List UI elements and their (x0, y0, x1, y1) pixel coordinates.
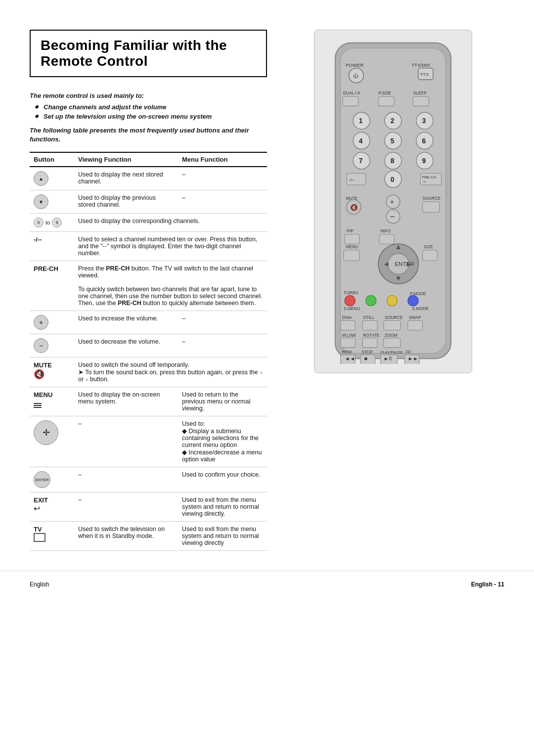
table-row: − Used to decrease the volume. – (30, 334, 267, 357)
svg-text:2: 2 (391, 117, 395, 125)
table-row: + Used to increase the volume. – (30, 311, 267, 334)
svg-text:►II: ►II (384, 356, 392, 361)
number-range: 0 to 9 (34, 218, 62, 227)
viewing-cell: Used to display the corresponding channe… (74, 214, 267, 232)
vol-down-button: − (34, 338, 48, 353)
dash-label: -/-- (34, 236, 42, 243)
svg-text:ZOOM: ZOOM (385, 333, 398, 338)
svg-point-65 (366, 295, 376, 306)
left-content: Becoming Familiar with the Remote Contro… (0, 0, 287, 571)
button-cell: MUTE 🔇 (30, 357, 74, 387)
menu-cell: – (178, 167, 267, 190)
to-text: to (45, 220, 50, 225)
bullet-item-2: Set up the television using the on-scree… (35, 113, 267, 120)
table-row: ▲ Used to display the next stored channe… (30, 167, 267, 190)
menu-cell: Used to exit from the menu system and re… (178, 522, 267, 551)
svg-text:SOURCE: SOURCE (423, 196, 441, 201)
button-cell: − (30, 334, 74, 357)
button-cell: -/-- (30, 232, 74, 261)
table-row: 0 to 9 Used to display the corresponding… (30, 214, 267, 232)
function-table: Button Viewing Function Menu Function ▲ … (30, 152, 267, 551)
svg-text:POWER: POWER (346, 62, 363, 68)
table-row: ENTER – Used to confirm your choice. (30, 467, 267, 492)
svg-text:S.MENU: S.MENU (344, 306, 360, 311)
svg-rect-9 (343, 96, 358, 106)
menu-cell: Used to: ◆ Display a submenu containing … (178, 416, 267, 467)
viewing-cell: Used to switch the television on when it… (74, 522, 178, 551)
svg-text:PLAY/PAUSE: PLAY/PAUSE (380, 350, 402, 355)
table-row: MUTE 🔇 Used to switch the sound off temp… (30, 357, 267, 387)
viewing-cell: Used to display the next stored channel. (74, 167, 178, 190)
svg-text:PIP: PIP (347, 228, 354, 233)
viewing-cell: Used to select a channel numbered ten or… (74, 232, 267, 261)
svg-text:ROTATE: ROTATE (363, 333, 380, 338)
svg-rect-78 (408, 321, 423, 330)
tv-icon (34, 533, 45, 542)
svg-text:S.MODE: S.MODE (412, 306, 429, 311)
col-header-menu: Menu Function (178, 152, 267, 167)
footer-page-number: English - 11 (471, 581, 504, 588)
button-cell: + (30, 311, 74, 334)
down-channel-button: ▼ (34, 194, 48, 209)
button-cell: ▲ (30, 167, 74, 190)
svg-text:4: 4 (359, 137, 363, 145)
svg-text:P.SIZE: P.SIZE (378, 90, 391, 95)
menu-text: MENU (34, 391, 52, 399)
col-header-button: Button (30, 152, 74, 167)
page-container: Becoming Familiar with the Remote Contro… (0, 0, 534, 756)
svg-text:▲: ▲ (395, 243, 402, 251)
svg-text:6: 6 (422, 137, 426, 145)
mute-text: MUTE (34, 361, 52, 369)
intro-main: The remote control is used mainly to: (30, 92, 267, 99)
svg-text:P.MODE: P.MODE (410, 291, 426, 296)
remote-svg: POWER ⏻ TTX/MIX TTX DUAL I·II P.SIZE SLE… (319, 38, 467, 364)
table-row: ▼ Used to display the previous stored ch… (30, 190, 267, 214)
mute-icon: 🔇 (34, 369, 44, 379)
remote-image-container: POWER ⏻ TTX/MIX TTX DUAL I·II P.SIZE SLE… (314, 30, 472, 373)
svg-text:TTX/MIX: TTX/MIX (411, 62, 430, 68)
svg-text:SLEEP: SLEEP (413, 90, 427, 95)
svg-rect-84 (384, 338, 400, 348)
button-cell: ✛ (30, 416, 74, 467)
svg-text:DNIe: DNIe (342, 315, 352, 320)
button-cell: TV (30, 522, 74, 551)
bullet-list: Change channels and adjust the volume Se… (35, 103, 267, 120)
svg-point-64 (345, 295, 355, 306)
page-title: Becoming Familiar with the Remote Contro… (30, 30, 267, 77)
button-cell: MENU (30, 387, 74, 416)
svg-rect-53 (344, 250, 359, 261)
vol-up-button: + (34, 315, 48, 330)
bullet-item-1: Change channels and adjust the volume (35, 103, 267, 111)
enter-button: ENTER (34, 471, 50, 488)
viewing-cell: Press the PRE-CH button. The TV will swi… (74, 261, 267, 311)
svg-text:FF: FF (406, 350, 411, 355)
svg-text:►: ► (405, 260, 412, 268)
svg-point-67 (408, 295, 418, 306)
menu-cell: Used to return to the previous menu or n… (178, 387, 267, 416)
button-cell: ENTER (30, 467, 74, 492)
svg-text:SOURCE: SOURCE (385, 315, 403, 320)
menu-cell: Used to exit from the menu system and re… (178, 492, 267, 522)
svg-text:▼: ▼ (395, 274, 402, 282)
svg-rect-13 (413, 96, 429, 106)
svg-rect-47 (423, 202, 440, 212)
svg-text:3: 3 (422, 117, 426, 125)
svg-text:−: − (390, 212, 395, 222)
svg-text:1: 1 (359, 117, 363, 125)
svg-rect-51 (379, 234, 394, 244)
button-cell: ▼ (30, 190, 74, 214)
table-row: -/-- Used to select a channel numbered t… (30, 232, 267, 261)
tv-text: TV (34, 526, 42, 533)
svg-rect-74 (362, 321, 377, 330)
footer-language: English (30, 581, 49, 588)
svg-text:►►: ►► (408, 356, 418, 361)
svg-rect-49 (345, 234, 359, 244)
right-remote-area: POWER ⏻ TTX/MIX TTX DUAL I·II P.SIZE SLE… (287, 0, 499, 393)
viewing-cell: – (74, 416, 178, 467)
svg-text:STOP: STOP (361, 350, 373, 355)
svg-text:W.LINK: W.LINK (342, 333, 356, 338)
svg-text:8: 8 (391, 157, 395, 165)
svg-text:◄◄: ◄◄ (345, 356, 355, 361)
svg-text:↩: ↩ (423, 179, 426, 184)
viewing-cell: Used to display the on-screen menu syste… (74, 387, 178, 416)
